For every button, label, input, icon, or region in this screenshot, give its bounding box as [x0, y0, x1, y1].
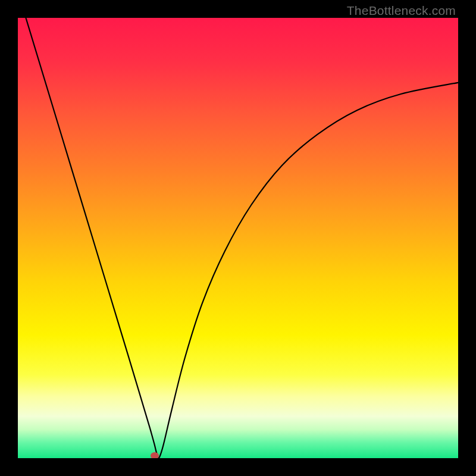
watermark-text: TheBottleneck.com: [347, 4, 456, 18]
chart-frame: TheBottleneck.com: [0, 0, 476, 476]
minimum-marker: [151, 452, 159, 458]
plot-area: [18, 18, 458, 458]
bottleneck-curve: [18, 18, 458, 458]
